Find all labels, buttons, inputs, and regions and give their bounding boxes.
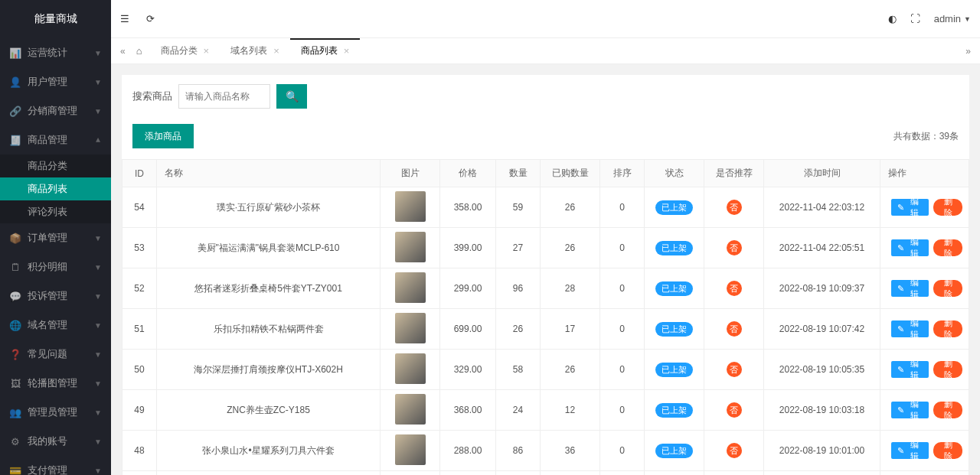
cell-price: 699.00 [440,309,496,350]
close-icon[interactable]: × [273,45,279,57]
tab[interactable]: 域名列表× [220,38,290,64]
recommend-badge[interactable]: 否 [727,362,742,377]
delete-button[interactable]: 删除 [933,361,962,378]
status-badge[interactable]: 已上架 [655,322,693,337]
delete-button[interactable]: 删除 [933,442,962,459]
tab[interactable]: 商品列表× [290,38,361,64]
fullscreen-icon[interactable]: ⛶ [910,13,920,24]
chevron-down-icon: ▼ [94,350,102,359]
delete-button[interactable]: 删除 [933,402,962,418]
cell-sort: 0 [600,431,645,471]
cell-bought: 59 [541,471,600,476]
cell-id: 54 [122,187,157,228]
menu-item-icon: 🧾 [9,135,21,146]
edit-button[interactable]: ✎编辑 [891,320,929,337]
recommend-badge[interactable]: 否 [727,200,742,215]
product-thumbnail[interactable] [395,394,426,425]
status-badge[interactable]: 已上架 [655,363,693,377]
sidebar-item[interactable]: 📊运营统计▼ [0,38,111,67]
recommend-badge[interactable]: 否 [727,321,742,337]
sidebar-item[interactable]: 💬投诉管理▼ [0,281,111,311]
recommend-badge[interactable]: 否 [727,443,742,458]
theme-icon[interactable]: ◐ [888,13,897,24]
edit-button[interactable]: ✎编辑 [891,199,929,216]
tab-home-icon[interactable]: ⌂ [136,45,142,57]
menu-item-label: 我的账号 [28,434,94,448]
sidebar-item[interactable]: ❓常见问题▼ [0,340,111,369]
sidebar-item[interactable]: 👤用户管理▼ [0,67,111,96]
status-badge[interactable]: 已上架 [655,281,693,296]
cell-img [381,228,440,268]
product-thumbnail[interactable] [395,191,426,222]
tabs-scroll-right-icon[interactable]: » [962,46,974,57]
product-thumbnail[interactable] [395,232,426,262]
delete-button[interactable]: 删除 [933,280,962,297]
cell-time: 2022-08-19 10:05:35 [764,350,880,390]
product-thumbnail[interactable] [395,272,426,303]
search-button[interactable]: 🔍 [276,84,307,109]
brand-title: 能量商城 [0,0,111,38]
recommend-badge[interactable]: 否 [727,281,742,296]
cell-status: 已上架 [645,309,704,350]
pencil-icon: ✎ [897,405,904,415]
sidebar-item[interactable]: 🖼轮播图管理▼ [0,369,111,398]
edit-button[interactable]: ✎编辑 [891,442,929,459]
recommend-badge[interactable]: 否 [727,402,742,418]
cell-sort: 0 [600,309,645,350]
cell-bought: 26 [541,187,600,228]
table-row: 54璞实·五行原矿紫砂小茶杯358.0059260已上架否2022-11-04 … [122,187,969,228]
sidebar-item[interactable]: 📦订单管理▼ [0,223,111,252]
sidebar-subitem[interactable]: 商品分类 [0,155,111,177]
edit-button[interactable]: ✎编辑 [891,402,929,418]
add-product-button[interactable]: 添加商品 [132,124,194,148]
user-menu[interactable]: admin ▼ [934,13,971,24]
product-thumbnail[interactable] [395,434,426,465]
search-input[interactable] [178,84,270,109]
sidebar-subitem[interactable]: 商品列表 [0,177,111,200]
chevron-down-icon: ▼ [94,438,102,446]
delete-button[interactable]: 删除 [933,320,962,337]
close-icon[interactable]: × [344,45,350,57]
cell-sort: 0 [600,471,645,476]
sidebar-subitem[interactable]: 评论列表 [0,200,111,223]
sidebar-item[interactable]: 👥管理员管理▼ [0,398,111,427]
status-badge[interactable]: 已上架 [655,403,693,418]
sidebar-item[interactable]: 🌐域名管理▼ [0,311,111,340]
cell-bought: 26 [541,228,600,268]
tab-label: 域名列表 [230,44,267,57]
total-count: 共有数据：39条 [893,130,959,143]
status-badge[interactable]: 已上架 [655,241,693,255]
close-icon[interactable]: × [204,45,210,57]
edit-button[interactable]: ✎编辑 [891,280,929,297]
cell-id: 51 [122,309,157,350]
edit-button[interactable]: ✎编辑 [891,239,929,256]
sidebar-item[interactable]: ⚙我的账号▼ [0,427,111,456]
edit-button[interactable]: ✎编辑 [891,361,929,378]
product-thumbnail[interactable] [395,353,426,384]
status-badge[interactable]: 已上架 [655,444,693,458]
cell-bought: 36 [541,431,600,471]
refresh-icon[interactable]: ⟳ [146,13,155,24]
cell-sort: 0 [600,187,645,228]
sidebar-item[interactable]: 💳支付管理▼ [0,456,111,475]
cell-rec: 否 [704,350,764,390]
chevron-down-icon: ▼ [964,15,971,23]
sidebar-item[interactable]: 🧾商品管理▼ [0,125,111,155]
sidebar-item[interactable]: 🗒积分明细▼ [0,252,111,281]
sidebar-item[interactable]: 🔗分销商管理▼ [0,96,111,125]
tab[interactable]: 商品分类× [150,38,220,64]
menu-toggle-icon[interactable]: ☰ [120,13,129,24]
th-time: 添加时间 [764,160,880,187]
tabs-scroll-left-icon[interactable]: « [117,46,129,57]
menu-item-label: 积分明细 [28,260,94,274]
pencil-icon: ✎ [897,446,904,456]
delete-button[interactable]: 删除 [933,199,962,216]
recommend-badge[interactable]: 否 [727,240,742,255]
product-thumbnail[interactable] [395,313,426,343]
cell-price: 358.00 [440,187,496,228]
cell-status: 已上架 [645,268,704,309]
cell-status: 已上架 [645,390,704,431]
status-badge[interactable]: 已上架 [655,200,693,215]
delete-button[interactable]: 删除 [933,239,962,256]
cell-id: 52 [122,268,157,309]
